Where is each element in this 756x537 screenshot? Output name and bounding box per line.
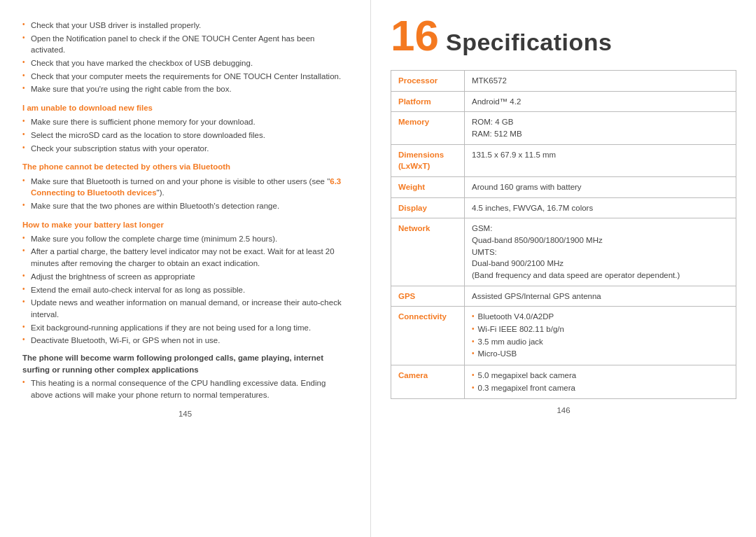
spec-label-memory: Memory [391,112,465,144]
spec-label-gps: GPS [391,286,465,307]
spec-label-processor: Processor [391,71,465,92]
chapter-title: Specifications [446,29,612,56]
list-item: Select the microSD card as the location … [22,130,348,141]
spec-table: Processor MTK6572 Platform Android™ 4.2 … [391,70,736,399]
list-item: Adjust the brightness of screen as appro… [22,271,348,283]
connectivity-item: 3.5 mm audio jack [472,336,729,348]
list-item: Make sure that you're using the right ca… [22,83,348,95]
spec-value-platform: Android™ 4.2 [465,91,736,112]
spec-value-processor: MTK6572 [465,71,736,92]
section-heading-bluetooth: The phone cannot be detected by others v… [22,161,348,173]
section-heading-download: I am unable to download new files [22,102,348,114]
warm-phone-paragraph: The phone will become warm following pro… [22,352,348,375]
right-page: 16 Specifications Processor MTK6572 Plat… [371,0,756,537]
spec-row-platform: Platform Android™ 4.2 [391,91,736,112]
spec-row-camera: Camera 5.0 megapixel back camera 0.3 meg… [391,365,736,399]
camera-item: 0.3 megapixel front camera [472,382,729,394]
spec-label-camera: Camera [391,365,465,399]
left-content: Check that your USB driver is installed … [22,20,348,401]
spec-label-platform: Platform [391,91,465,112]
spec-label-dimensions: Dimensions(LxWxT) [391,144,465,176]
page-number-right: 146 [391,406,736,414]
list-item: Exit background-running applications if … [22,322,348,334]
spec-value-gps: Assisted GPS/Internal GPS antenna [465,286,736,307]
spec-value-dimensions: 131.5 x 67.9 x 11.5 mm [465,144,736,176]
spec-label-weight: Weight [391,177,465,198]
list-item: Extend the email auto-check interval for… [22,284,348,296]
connectivity-item: Bluetooth V4.0/A2DP [472,311,729,323]
list-item: Open the Notification panel to check if … [22,33,348,56]
bluetooth-bullet-list: Make sure that Bluetooth is turned on an… [22,176,348,212]
list-item: Make sure that the two phones are within… [22,200,348,212]
list-item: Check that your computer meets the requi… [22,71,348,83]
list-item: Check that your USB driver is installed … [22,20,348,32]
spec-row-gps: GPS Assisted GPS/Internal GPS antenna [391,286,736,307]
camera-item: 5.0 megapixel back camera [472,370,729,382]
list-item: Check that you have marked the checkbox … [22,57,348,69]
list-item: Make sure that Bluetooth is turned on an… [22,176,348,199]
connectivity-item: Wi-Fi IEEE 802.11 b/g/n [472,323,729,335]
list-item: Deactivate Bluetooth, Wi-Fi, or GPS when… [22,335,348,347]
spec-row-memory: Memory ROM: 4 GBRAM: 512 MB [391,112,736,144]
section-heading-battery: How to make your battery last longer [22,219,348,231]
spec-value-weight: Around 160 grams with battery [465,177,736,198]
connectivity-item: Micro-USB [472,348,729,360]
chapter-number: 16 [391,14,439,57]
spec-value-memory: ROM: 4 GBRAM: 512 MB [465,112,736,144]
initial-bullet-list: Check that your USB driver is installed … [22,20,348,95]
spec-label-connectivity: Connectivity [391,307,465,365]
list-item: Make sure you follow the complete charge… [22,233,348,245]
bluetooth-link: 6.3 Connecting to Bluetooth devices [31,177,341,197]
spec-row-dimensions: Dimensions(LxWxT) 131.5 x 67.9 x 11.5 mm [391,144,736,176]
spec-row-display: Display 4.5 inches, FWVGA, 16.7M colors [391,197,736,218]
chapter-header: 16 Specifications [391,14,736,57]
spec-row-connectivity: Connectivity Bluetooth V4.0/A2DP Wi-Fi I… [391,307,736,365]
spec-row-weight: Weight Around 160 grams with battery [391,177,736,198]
left-page: Check that your USB driver is installed … [0,0,371,537]
spec-value-network: GSM: Quad-band 850/900/1800/1900 MHz UMT… [465,218,736,286]
battery-bullet-list: Make sure you follow the complete charge… [22,233,348,347]
list-item: Check your subscription status with your… [22,143,348,155]
page-number-left: 145 [22,408,348,420]
list-item: Make sure there is sufficient phone memo… [22,116,348,128]
list-item: Update news and weather information on m… [22,297,348,320]
spec-label-network: Network [391,218,465,286]
spec-row-network: Network GSM: Quad-band 850/900/1800/1900… [391,218,736,286]
spec-label-display: Display [391,197,465,218]
warm-phone-list: This heating is a normal consequence of … [22,377,348,400]
spec-row-processor: Processor MTK6572 [391,71,736,92]
list-item: After a partial charge, the battery leve… [22,246,348,269]
download-bullet-list: Make sure there is sufficient phone memo… [22,116,348,154]
list-item: This heating is a normal consequence of … [22,377,348,400]
spec-value-camera: 5.0 megapixel back camera 0.3 megapixel … [465,365,736,399]
spec-value-display: 4.5 inches, FWVGA, 16.7M colors [465,197,736,218]
spec-value-connectivity: Bluetooth V4.0/A2DP Wi-Fi IEEE 802.11 b/… [465,307,736,365]
